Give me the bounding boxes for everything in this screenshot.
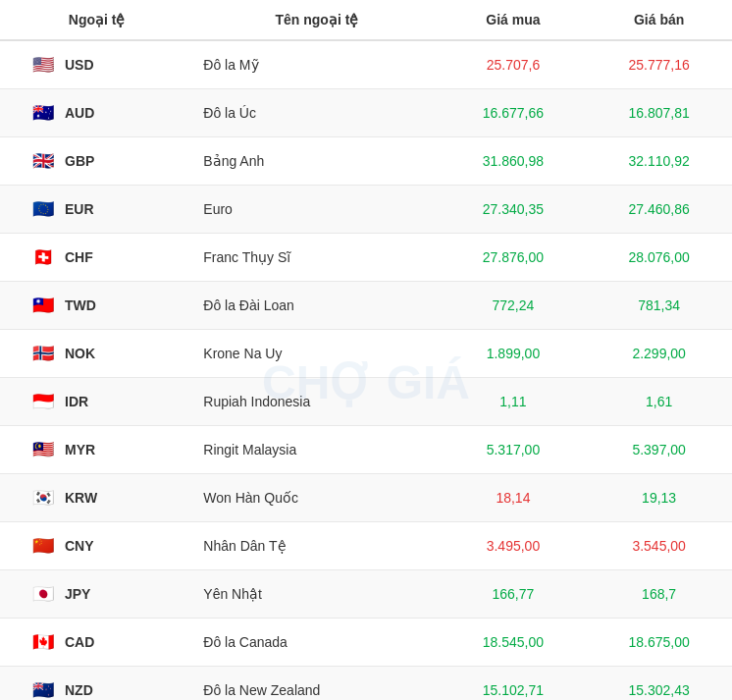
currency-code: EUR (65, 201, 94, 217)
buy-price-cell: 3.495,00 (441, 522, 587, 570)
flag-icon: 🇮🇩 (29, 388, 57, 415)
buy-price-cell: 772,24 (441, 282, 587, 330)
currency-code: KRW (65, 490, 97, 506)
currency-cell: 🇲🇾 MYR (0, 426, 193, 474)
flag-icon: 🇳🇴 (29, 340, 57, 367)
flag-icon: 🇦🇺 (29, 99, 57, 127)
table-row: 🇨🇭 CHF Franc Thụy Sĩ27.876,0028.076,00 (0, 234, 732, 282)
sell-price-cell: 781,34 (586, 282, 732, 330)
buy-price-cell: 31.860,98 (441, 137, 587, 186)
currency-cell: 🇺🇸 USD (0, 40, 193, 89)
table-row: 🇹🇼 TWD Đô la Đài Loan772,24781,34 (0, 282, 732, 330)
flag-icon: 🇨🇭 (29, 243, 57, 271)
sell-price-cell: 5.397,00 (586, 426, 732, 474)
currency-name-cell: Rupiah Indonesia (193, 378, 440, 426)
currency-table-wrapper: CHỢ GIÁ Ngoại tệ Tên ngoại tệ Giá mua Gi… (0, 0, 732, 700)
currency-cell: 🇯🇵 JPY (0, 570, 193, 619)
currency-name-cell: Euro (193, 186, 440, 234)
currency-name-cell: Đô la Đài Loan (193, 282, 440, 330)
currency-name-cell: Krone Na Uy (193, 330, 440, 378)
currency-code: CHF (65, 249, 93, 265)
table-row: 🇲🇾 MYR Ringit Malaysia5.317,005.397,00 (0, 426, 732, 474)
flag-icon: 🇨🇦 (29, 628, 57, 656)
currency-name-cell: Franc Thụy Sĩ (193, 234, 440, 282)
sell-price-cell: 15.302,43 (586, 667, 732, 701)
sell-price-cell: 32.110,92 (586, 137, 732, 186)
currency-name-cell: Đô la New Zealand (193, 667, 440, 701)
buy-price-cell: 18.545,00 (441, 619, 587, 667)
buy-price-cell: 5.317,00 (441, 426, 587, 474)
sell-price-cell: 28.076,00 (586, 234, 732, 282)
currency-cell: 🇨🇦 CAD (0, 619, 193, 667)
col-buy: Giá mua (441, 0, 587, 40)
currency-cell: 🇮🇩 IDR (0, 378, 193, 426)
currency-code: NZD (65, 682, 93, 698)
currency-name-cell: Won Hàn Quốc (193, 474, 440, 522)
buy-price-cell: 15.102,71 (441, 667, 587, 701)
currency-cell: 🇳🇴 NOK (0, 330, 193, 378)
table-row: 🇳🇴 NOK Krone Na Uy1.899,002.299,00 (0, 330, 732, 378)
buy-price-cell: 18,14 (441, 474, 587, 522)
currency-name-cell: Bảng Anh (193, 137, 440, 186)
sell-price-cell: 1,61 (586, 378, 732, 426)
table-row: 🇺🇸 USD Đô la Mỹ25.707,625.777,16 (0, 40, 732, 89)
currency-code: CAD (65, 634, 94, 650)
buy-price-cell: 25.707,6 (441, 40, 587, 89)
buy-price-cell: 1.899,00 (441, 330, 587, 378)
currency-name-cell: Đô la Úc (193, 89, 440, 137)
currency-table: Ngoại tệ Tên ngoại tệ Giá mua Giá bán 🇺🇸… (0, 0, 732, 700)
table-row: 🇰🇷 KRW Won Hàn Quốc18,1419,13 (0, 474, 732, 522)
sell-price-cell: 16.807,81 (586, 89, 732, 137)
flag-icon: 🇨🇳 (29, 532, 57, 560)
flag-icon: 🇺🇸 (29, 51, 57, 79)
currency-code: AUD (65, 105, 94, 121)
buy-price-cell: 1,11 (441, 378, 587, 426)
col-sell: Giá bán (586, 0, 732, 40)
currency-code: MYR (65, 442, 95, 458)
currency-name-cell: Ringit Malaysia (193, 426, 440, 474)
currency-cell: 🇨🇭 CHF (0, 234, 193, 282)
sell-price-cell: 3.545,00 (586, 522, 732, 570)
flag-icon: 🇰🇷 (29, 484, 57, 512)
col-name: Tên ngoại tệ (193, 0, 440, 40)
currency-cell: 🇹🇼 TWD (0, 282, 193, 330)
table-row: 🇮🇩 IDR Rupiah Indonesia1,111,61 (0, 378, 732, 426)
currency-cell: 🇪🇺 EUR (0, 186, 193, 234)
table-row: 🇦🇺 AUD Đô la Úc16.677,6616.807,81 (0, 89, 732, 137)
buy-price-cell: 16.677,66 (441, 89, 587, 137)
sell-price-cell: 25.777,16 (586, 40, 732, 89)
flag-icon: 🇬🇧 (29, 147, 57, 175)
sell-price-cell: 18.675,00 (586, 619, 732, 667)
currency-code: GBP (65, 153, 94, 169)
buy-price-cell: 27.340,35 (441, 186, 587, 234)
sell-price-cell: 19,13 (586, 474, 732, 522)
currency-code: TWD (65, 297, 96, 313)
currency-code: NOK (65, 346, 95, 361)
currency-code: CNY (65, 538, 94, 554)
table-row: 🇳🇿 NZD Đô la New Zealand15.102,7115.302,… (0, 667, 732, 701)
flag-icon: 🇳🇿 (29, 676, 57, 700)
currency-cell: 🇳🇿 NZD (0, 667, 193, 701)
buy-price-cell: 27.876,00 (441, 234, 587, 282)
col-currency: Ngoại tệ (0, 0, 193, 40)
table-row: 🇨🇳 CNY Nhân Dân Tệ3.495,003.545,00 (0, 522, 732, 570)
flag-icon: 🇹🇼 (29, 292, 57, 319)
table-row: 🇯🇵 JPY Yên Nhật166,77168,7 (0, 570, 732, 619)
table-row: 🇬🇧 GBP Bảng Anh31.860,9832.110,92 (0, 137, 732, 186)
currency-name-cell: Đô la Mỹ (193, 40, 440, 89)
currency-name-cell: Đô la Canada (193, 619, 440, 667)
flag-icon: 🇯🇵 (29, 580, 57, 608)
currency-name-cell: Yên Nhật (193, 570, 440, 619)
currency-name-cell: Nhân Dân Tệ (193, 522, 440, 570)
table-row: 🇨🇦 CAD Đô la Canada18.545,0018.675,00 (0, 619, 732, 667)
sell-price-cell: 168,7 (586, 570, 732, 619)
flag-icon: 🇪🇺 (29, 195, 57, 223)
currency-cell: 🇬🇧 GBP (0, 137, 193, 186)
currency-cell: 🇨🇳 CNY (0, 522, 193, 570)
sell-price-cell: 2.299,00 (586, 330, 732, 378)
sell-price-cell: 27.460,86 (586, 186, 732, 234)
currency-cell: 🇦🇺 AUD (0, 89, 193, 137)
currency-cell: 🇰🇷 KRW (0, 474, 193, 522)
table-row: 🇪🇺 EUR Euro27.340,3527.460,86 (0, 186, 732, 234)
buy-price-cell: 166,77 (441, 570, 587, 619)
